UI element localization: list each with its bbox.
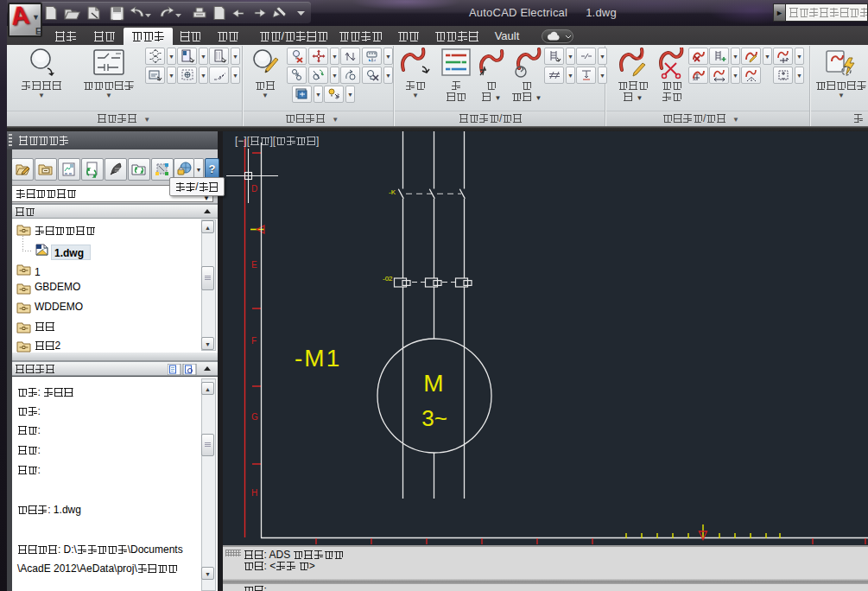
svg-text:H: H (251, 488, 257, 498)
svg-text:D: D (251, 184, 257, 194)
svg-text:-02: -02 (383, 275, 393, 283)
svg-text:G: G (251, 412, 258, 422)
svg-text:F: F (251, 336, 257, 346)
svg-text:M: M (423, 370, 443, 397)
svg-text:E: E (251, 260, 257, 270)
svg-text:-M1: -M1 (295, 345, 341, 372)
svg-text:-K: -K (389, 188, 396, 196)
svg-text:3~: 3~ (421, 405, 447, 431)
